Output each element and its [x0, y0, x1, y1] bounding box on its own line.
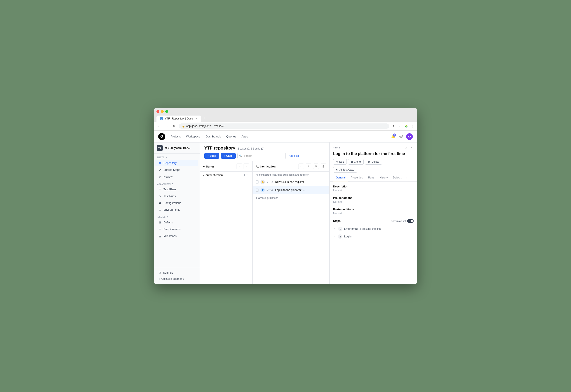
sidebar-item-test-runs[interactable]: ▷ Test Runs [155, 193, 198, 199]
sidebar-item-repository[interactable]: ≡ Repository [155, 160, 198, 166]
shown-as-list-label: Shown as list [391, 220, 406, 222]
minimize-button[interactable] [161, 110, 164, 113]
case-deselect-button-2[interactable]: − [256, 189, 259, 192]
suites-expand-button[interactable]: ∨ [244, 164, 249, 169]
expand-panel-button[interactable]: ⧉ [403, 145, 408, 150]
star-icon[interactable]: ☆ [397, 124, 402, 128]
tabs-more-button[interactable]: › [405, 174, 409, 181]
review-icon: ⇄ [158, 175, 162, 178]
chevron-left-icon: ‹ [159, 277, 160, 280]
notification-button[interactable]: 🔔 5 [390, 134, 396, 140]
refresh-button[interactable]: ↻ [171, 124, 177, 129]
add-suite-button[interactable]: + Suite [204, 153, 219, 159]
suite-arrow-icon: ▾ [203, 174, 204, 176]
nav-projects[interactable]: Projects [171, 134, 181, 139]
tab-close-button[interactable]: × [195, 117, 198, 120]
menu-icon[interactable]: ⋮ [410, 124, 414, 128]
ai-test-case-button[interactable]: ⚙ AI Test Case [333, 167, 357, 172]
shown-as-list: Shown as list [391, 219, 414, 223]
sidebar-item-configurations[interactable]: ⚙ Configurations [155, 200, 198, 206]
edit-suite-button[interactable]: ✎ [306, 164, 311, 169]
main-layout: YO YouTalky.com_fron... TESTS ∧ ≡ Reposi… [154, 142, 417, 284]
tab-general[interactable]: General [333, 174, 348, 181]
close-panel-button[interactable]: ✕ [409, 145, 414, 150]
tab-history[interactable]: History [377, 174, 390, 181]
sidebar-item-review[interactable]: ⇄ Review [155, 173, 198, 180]
delete-button[interactable]: 🗑 Delete [365, 159, 382, 165]
sidebar-item-label-environments: Environments [163, 208, 180, 211]
clone-button[interactable]: ⧉ Clone [348, 159, 364, 165]
add-case-button[interactable]: + Case [221, 153, 236, 159]
detail-buttons: ✎ Edit ⧉ Clone 🗑 Delete [333, 159, 414, 165]
nav-dashboards[interactable]: Dashboards [206, 134, 221, 139]
back-button[interactable]: ← [157, 124, 162, 129]
collapse-submenu-button[interactable]: ‹ Collapse submenu [156, 276, 198, 282]
step-chevron-2[interactable]: › [333, 235, 336, 238]
sidebar-item-requirements[interactable]: ≡ Requirements [155, 226, 198, 232]
copy-suite-button[interactable]: ⧉ [313, 164, 319, 169]
nav-workspace[interactable]: Workspace [186, 134, 200, 139]
split-pane: ≡ Suites ∧ ∨ ▾ Authentication [200, 161, 329, 284]
detail-title: Log in to the platform for the first tim… [333, 151, 414, 156]
chat-icon[interactable]: 💬 [399, 134, 404, 139]
tab-runs[interactable]: Runs [365, 174, 377, 181]
postconditions-field: Post-conditions Not set [333, 208, 414, 215]
share-icon[interactable]: ⬆ [391, 124, 396, 128]
steps-header: Steps Shown as list [333, 219, 414, 223]
address-input[interactable]: 🔒 app.qase.io/project/YTF?case=2 [179, 124, 389, 129]
repo-title-row: YTF repository 2 cases (2) | 1 suite (1) [204, 146, 325, 151]
test-plans-icon: ≡ [158, 188, 162, 191]
suite-tree-authentication[interactable]: ▾ Authentication 2 ••• [200, 172, 252, 179]
sidebar-item-label-test-runs: Test Runs [163, 195, 176, 198]
settings-icon: ⚙ [159, 271, 161, 274]
tab-defects[interactable]: Defec... [390, 174, 405, 181]
trash-icon: 🗑 [368, 160, 370, 163]
create-quick-test-button[interactable]: + Create quick test [253, 194, 329, 202]
step-chevron-1[interactable]: › [333, 227, 336, 230]
extension-icon[interactable]: 🧩 [404, 124, 408, 128]
repository-icon: ≡ [158, 161, 162, 165]
sidebar-project: YO YouTalky.com_fron... [154, 142, 200, 154]
sidebar-item-label-milestones: Milestones [163, 235, 177, 238]
case-row-ytf1[interactable]: − ✋ YTF-1 New USER can register [253, 178, 329, 186]
detail-id-row: YTF-2 ⧉ ✕ [333, 145, 414, 150]
add-case-to-suite-button[interactable]: + [298, 164, 304, 169]
close-button[interactable] [157, 110, 159, 113]
suite-description: All connected regarding auth, login and … [253, 172, 329, 178]
case-deselect-button[interactable]: − [256, 181, 259, 183]
shown-as-list-toggle[interactable] [407, 219, 414, 223]
suite-cases-header: Authentication + ✎ ⧉ 🗑 [253, 161, 329, 172]
nav-apps[interactable]: Apps [241, 134, 248, 139]
forward-button[interactable]: → [164, 124, 169, 129]
add-filter-button[interactable]: Add filter [288, 154, 300, 158]
sidebar-item-test-plans[interactable]: ≡ Test Plans [155, 186, 198, 193]
search-input[interactable] [237, 153, 286, 159]
new-tab-button[interactable]: + [201, 115, 208, 122]
steps-label: Steps [333, 220, 341, 223]
case-row-ytf2[interactable]: − 👤 YTF-2 Log in to the platform f... [253, 186, 329, 194]
user-avatar[interactable]: YA [406, 133, 413, 140]
preconditions-label: Pre-conditions [333, 196, 414, 199]
description-field: Description Not set [333, 185, 414, 192]
suite-more-button[interactable]: ••• [246, 173, 249, 177]
maximize-button[interactable] [165, 110, 168, 113]
sidebar-item-milestones[interactable]: △ Milestones [155, 233, 198, 239]
edit-button[interactable]: ✎ Edit [333, 159, 347, 165]
detail-case-id: YTF-2 [333, 146, 340, 149]
sidebar-item-environments[interactable]: □ Environments [155, 207, 198, 213]
suites-collapse-button[interactable]: ∧ [236, 164, 242, 169]
search-icon: 🔍 [239, 154, 242, 157]
active-tab[interactable]: Q YTF | Repository | Qase × [157, 115, 201, 122]
suites-pane: ≡ Suites ∧ ∨ ▾ Authentication [200, 161, 253, 284]
postconditions-value: Not set [333, 212, 414, 215]
address-text: app.qase.io/project/YTF?case=2 [186, 125, 224, 128]
sidebar-item-defects[interactable]: ⊞ Defects [155, 219, 198, 226]
project-icon: YO [157, 145, 163, 151]
sidebar-item-shared-steps[interactable]: ↗ Shared Steps [155, 167, 198, 173]
app-header: Q Projects Workspace Dashboards Queries … [154, 131, 417, 142]
delete-suite-button[interactable]: 🗑 [321, 164, 326, 169]
sidebar-item-label-configurations: Configurations [163, 201, 181, 205]
tab-properties[interactable]: Properties [348, 174, 366, 181]
settings-link[interactable]: ⚙ Settings [156, 269, 198, 276]
nav-queries[interactable]: Queries [226, 134, 236, 139]
